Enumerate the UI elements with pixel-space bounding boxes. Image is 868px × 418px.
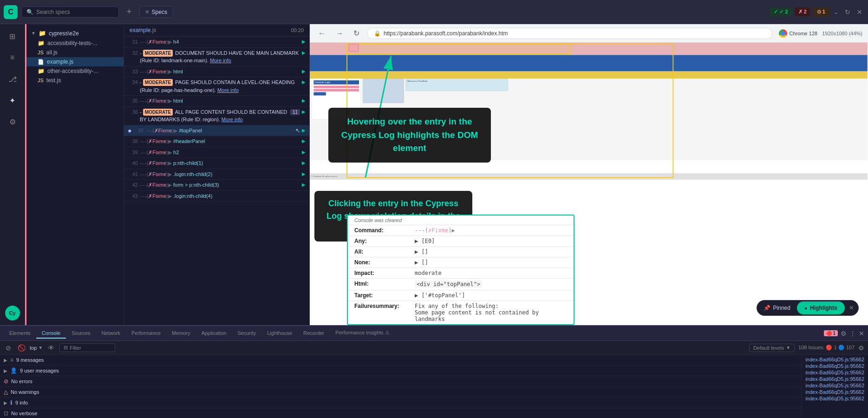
close-button[interactable]: ✕	[855, 7, 864, 18]
log-entry-selected[interactable]: ● 37 ----(✗Fixme)▶ #topPanel ↖ ▶	[124, 125, 309, 137]
log-entry[interactable]: 35 ----(✗Fixme)▶ html ▶	[124, 96, 309, 107]
log-text: ----(✗Fixme)▶ .login:nth-child(4)	[140, 192, 306, 200]
console-group-verbose[interactable]: ⊡ No verbose	[0, 408, 801, 418]
console-group-9messages[interactable]: ▶ ≡ 9 messages	[0, 355, 801, 366]
console-close-button[interactable]: ✕	[859, 330, 864, 337]
sidebar-item-plugin[interactable]: ✦	[5, 93, 20, 108]
nav-forward-button[interactable]: →	[333, 28, 346, 39]
log-entry[interactable]: 41 ----(✗Fixme)▶ .login:nth-child(2) ▶	[124, 169, 309, 180]
console-group-user[interactable]: ▶ 👤 9 user messages	[0, 366, 801, 376]
address-bar[interactable]: 🔒 https://parabank.parasoft.com/parabank…	[367, 28, 772, 39]
console-link-4[interactable]: index-Bad66qD5.js:95662	[805, 376, 864, 382]
cursor-icon: ↖	[295, 127, 300, 134]
console-link-3[interactable]: index-Bad66qD5.js:95662	[805, 370, 864, 375]
folder-root[interactable]: ▼ 📁 cypress\e2e	[26, 28, 124, 39]
filter-input[interactable]: ⊟ Filter	[59, 343, 115, 352]
add-tab-button[interactable]: +	[123, 6, 136, 19]
all-value: ▶ []	[415, 248, 428, 255]
console-settings-button[interactable]: ⚙	[841, 330, 847, 337]
msg-no-verbose: No verbose	[11, 411, 37, 416]
console-group-warnings[interactable]: △ No warnings	[0, 387, 801, 398]
console-link-2[interactable]: index-Bad66qD5.js:95662	[805, 363, 864, 369]
log-entry[interactable]: 34 - MODERATE PAGE SHOULD CONTAIN A LEVE…	[124, 77, 309, 96]
clear-console-button[interactable]: ⊘	[4, 343, 13, 353]
folder-icon: 📁	[39, 30, 46, 37]
file-tree-item-example[interactable]: 📄 example.js	[26, 57, 124, 66]
file-tree-item-accessibility[interactable]: 📁 accessibility-tests-...	[26, 39, 124, 48]
expand-button[interactable]: ⌄	[832, 7, 840, 17]
sidebar-item-list[interactable]: ≡	[5, 50, 20, 65]
violation-row-all: All: ▶ []	[348, 247, 574, 257]
tab-network[interactable]: Network	[96, 328, 126, 339]
tab-security[interactable]: Security	[232, 328, 261, 339]
tab-console[interactable]: Console	[36, 328, 66, 339]
sidebar-item-cypress[interactable]: Cy	[5, 306, 20, 320]
tab-lighthouse[interactable]: Lighthouse	[261, 328, 298, 339]
failuresummary-detail: Some page content is not contained by la…	[415, 309, 539, 322]
console-more-button[interactable]: ⋮	[849, 330, 856, 337]
log-marker: ●	[128, 127, 131, 134]
html-value: <div id="topPanel">	[415, 281, 482, 288]
log-entry[interactable]: 40 ----(✗Fixme)▶ p:nth-child(1) ▶	[124, 158, 309, 169]
search-box[interactable]: 🔍 Search specs	[21, 7, 119, 18]
sidebar-item-settings[interactable]: ⚙	[5, 114, 20, 129]
log-entry[interactable]: 42 ----(✗Fixme)▶ form > p:nth-child(3) ▶	[124, 180, 309, 191]
reload-button[interactable]: ↻	[843, 7, 852, 18]
log-entry[interactable]: 38 ----(✗Fixme)▶ #headerPanel ▶	[124, 136, 309, 147]
tab-application[interactable]: Application	[196, 328, 232, 339]
log-entry[interactable]: 31 ----(✗Fixme)▶ h4 ▶	[124, 37, 309, 48]
verbose-icon: ⊡	[4, 410, 8, 417]
sidebar-item-home[interactable]: ⊞	[5, 29, 20, 44]
console-link-7[interactable]: index-Bad66qD5.js:95662	[805, 396, 864, 401]
tab-memory[interactable]: Memory	[166, 328, 196, 339]
log-run-icon: ▶	[302, 171, 306, 176]
nav-refresh-button[interactable]: ↻	[351, 28, 362, 39]
none-value: ▶ []	[415, 259, 428, 266]
log-entry[interactable]: 43 ----(✗Fixme)▶ .login:nth-child(4)	[124, 191, 309, 202]
log-entry[interactable]: 36 - MODERATE ALL PAGE CONTENT SHOULD BE…	[124, 107, 309, 125]
log-run-icon: ▶	[302, 79, 306, 85]
eye-button[interactable]: 👁	[46, 343, 56, 353]
file-tree-item-all[interactable]: JS all.js	[26, 48, 124, 57]
sidebar-item-branch[interactable]: ⎇	[5, 72, 20, 86]
console-link-5[interactable]: index-Bad66qD5.js:95662	[805, 383, 864, 388]
console-group-info[interactable]: ▶ ℹ 9 info	[0, 398, 801, 408]
console-link-6[interactable]: index-Bad66qD5.js:95662	[805, 389, 864, 395]
default-levels-selector[interactable]: Default levels ▼	[749, 344, 795, 352]
file-js-icon: JS	[38, 78, 44, 83]
log-entry[interactable]: 32 - MODERATE DOCUMENT SHOULD HAVE ONE M…	[124, 48, 309, 66]
tab-recorder[interactable]: Recorder	[298, 328, 330, 339]
tab-performance[interactable]: Performance	[126, 328, 166, 339]
log-entry[interactable]: 39 ----(✗Fixme)▶ h2 ▶	[124, 147, 309, 158]
console-settings-button2[interactable]: ⚙	[858, 344, 864, 352]
nav-back-button[interactable]: ←	[315, 28, 328, 39]
tab-perf-insights[interactable]: Performance insights ⚠	[330, 328, 395, 339]
console-link-1[interactable]: index-Bad66qD5.js:95662	[805, 357, 864, 362]
default-levels-chevron-icon: ▼	[786, 345, 790, 350]
pinned-button[interactable]: 📌 Pinned	[757, 301, 797, 314]
folder-icon: 📁	[38, 40, 45, 46]
log-entry[interactable]: 33 ----(✗Fixme)▶ html ▶	[124, 66, 309, 78]
test-log-panel: example.js 00:20 31 ----(✗Fixme)▶ h4 ▶ 3…	[124, 24, 310, 325]
highlights-button[interactable]: ● Highlights	[797, 301, 845, 314]
top-chevron-icon: ▼	[38, 345, 43, 350]
filter-button[interactable]: 🚫	[17, 343, 26, 353]
specs-tab[interactable]: ≡ Specs	[139, 6, 173, 18]
file-tree-item-test[interactable]: JS test.js	[26, 76, 124, 85]
console-group-errors[interactable]: ⊘ No errors	[0, 376, 801, 387]
close-highlights-button[interactable]: ×	[845, 300, 858, 315]
folder-label: cypress\e2e	[49, 30, 79, 37]
highlight-dot-icon: ●	[804, 306, 807, 311]
top-selector[interactable]: top ▼	[30, 345, 43, 351]
sidebar-icons: ⊞ ≡ ⎇ ✦ ⚙ Cy	[0, 24, 25, 325]
default-levels-label: Default levels	[753, 345, 784, 351]
issues-count: 108 Issues: 🔴 1 🔵 107	[798, 345, 855, 351]
impact-label: Impact:	[354, 270, 415, 276]
chrome-badge: Chrome 128	[779, 29, 818, 38]
tab-elements[interactable]: Elements	[4, 328, 36, 339]
tab-sources[interactable]: Sources	[66, 328, 96, 339]
log-run-icon: ▶	[302, 138, 306, 144]
file-tree-item-other[interactable]: 📁 other-accessibility-...	[26, 66, 124, 76]
console-tabs: Elements Console Sources Network Perform…	[0, 326, 868, 341]
target-label: Target:	[354, 292, 415, 299]
